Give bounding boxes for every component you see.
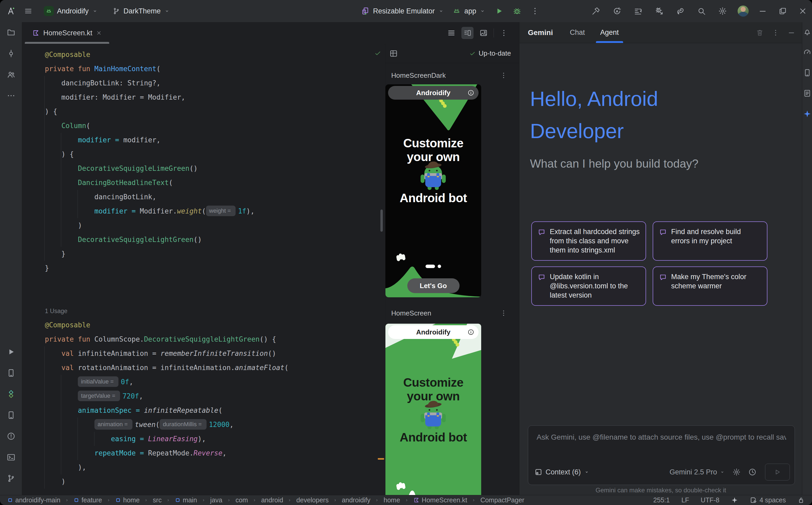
close-window-icon[interactable] (798, 7, 807, 16)
problems-icon[interactable] (7, 432, 16, 441)
gemini-toolwindow-icon[interactable] (803, 110, 811, 118)
context-selector[interactable]: Context (6) (535, 468, 589, 476)
breadcrumb[interactable]: androidify-mainfeaturehomesrcmainjavacom… (7, 496, 525, 504)
code-line[interactable]: private fun MainHomeContent( (45, 62, 288, 76)
code-line[interactable]: } (45, 261, 288, 275)
code-line[interactable]: DecorativeSquiggleLimeGreen() (45, 161, 288, 176)
vcs-branch-selector[interactable]: DarkTheme (109, 4, 173, 18)
profiler-icon[interactable] (803, 48, 811, 56)
code-line[interactable]: modifier: Modifier = Modifier, (45, 90, 288, 105)
terminal-icon[interactable] (7, 453, 16, 462)
preview-phone-homescreendark[interactable]: Androidify Customize your own Android bo… (385, 85, 481, 297)
code-line[interactable]: dancingBotLink: String?, (45, 76, 288, 90)
suggestion-card[interactable]: Find and resolve build errors in my proj… (653, 221, 768, 261)
code-line[interactable]: ) (45, 218, 288, 232)
gemini-tab-chat[interactable]: Chat (570, 22, 585, 43)
device-manager-icon[interactable] (7, 410, 16, 419)
code-line[interactable]: ), (45, 460, 288, 474)
code-content[interactable]: @Composableprivate fun MainHomeContent( … (45, 47, 288, 489)
caret-position[interactable]: 255:1 (653, 496, 670, 504)
code-line[interactable]: DancingBotHeadlineText( (45, 176, 288, 190)
code-line[interactable]: 1 Usage (45, 304, 288, 318)
file-encoding[interactable]: UTF-8 (701, 496, 719, 504)
more-actions-icon[interactable] (531, 7, 540, 16)
breadcrumb-item[interactable]: developers (296, 496, 328, 504)
code-line[interactable]: animation = tween(durationMillis = 12000… (45, 417, 288, 432)
preview-layout-icon[interactable] (389, 49, 398, 58)
breadcrumb-item[interactable]: android (261, 496, 283, 504)
split-view-icon[interactable] (461, 27, 474, 39)
code-line[interactable]: easing = LinearEasing), (45, 432, 288, 446)
search-everywhere-icon[interactable] (697, 7, 706, 16)
model-selector[interactable]: Gemini 2.5 Pro (670, 468, 725, 476)
attach-debugger-icon[interactable] (655, 7, 664, 16)
build-variants-icon[interactable] (7, 389, 16, 398)
suggestion-card[interactable]: Extract all hardcoded strings from this … (531, 221, 646, 261)
gemini-tab-agent[interactable]: Agent (600, 22, 619, 43)
more-tool-windows-icon[interactable] (7, 91, 16, 100)
project-view-icon[interactable] (7, 28, 16, 37)
breadcrumb-item[interactable]: home (383, 496, 400, 504)
send-button[interactable] (765, 464, 790, 481)
code-line[interactable]: @Composable (45, 318, 288, 332)
run-configuration-selector[interactable]: app (449, 4, 489, 18)
code-line[interactable]: @Composable (45, 47, 288, 62)
breadcrumb-item[interactable]: src (153, 496, 161, 504)
gemini-settings-icon[interactable] (732, 468, 741, 476)
suggestion-card[interactable]: Update kotlin in @libs.version.toml to t… (531, 267, 646, 306)
code-line[interactable]: modifier = Modifier.weight(weight = 1f), (45, 204, 288, 218)
apply-code-changes-icon[interactable] (634, 7, 643, 16)
code-line[interactable]: modifier = modifier, (45, 133, 288, 147)
tab-homescreen-kt[interactable]: HomeScreen.kt (25, 22, 109, 44)
run-button-icon[interactable] (495, 7, 503, 16)
maximize-window-icon[interactable] (778, 7, 787, 16)
gemini-more-icon[interactable] (772, 29, 780, 37)
breadcrumb-item[interactable]: HomeScreen.kt (414, 496, 467, 504)
debug-button-icon[interactable] (512, 7, 521, 16)
line-separator[interactable]: LF (681, 496, 689, 504)
editor-scrollbar[interactable] (380, 209, 383, 232)
preview-menu-icon[interactable] (500, 72, 507, 79)
code-line[interactable]: targetValue = 720f, (45, 389, 288, 403)
device-selector[interactable]: Resizable Emulator (358, 4, 447, 18)
code-line[interactable]: repeatMode = RepeatMode.Reverse, (45, 446, 288, 460)
code-line[interactable]: Column( (45, 119, 288, 133)
device-explorer-icon[interactable] (803, 68, 811, 77)
sync-and-refresh-icon[interactable] (612, 7, 621, 16)
code-line[interactable]: ) { (45, 147, 288, 161)
breadcrumb-item[interactable]: androidify (342, 496, 370, 504)
code-editor[interactable]: @Composableprivate fun MainHomeContent( … (22, 44, 385, 495)
code-line[interactable]: val infiniteAnimation = rememberInfinite… (45, 346, 288, 361)
run-tool-icon[interactable] (7, 347, 16, 356)
breadcrumb-item[interactable]: main (175, 496, 197, 504)
delete-conversation-icon[interactable] (756, 29, 764, 37)
code-line[interactable]: ) { (45, 105, 288, 119)
file-writable-icon[interactable] (798, 497, 805, 504)
breadcrumb-item[interactable]: androidify-main (7, 496, 61, 504)
code-line[interactable] (45, 289, 288, 304)
pull-requests-icon[interactable] (7, 70, 16, 79)
code-line[interactable]: ) (45, 474, 288, 489)
minimize-window-icon[interactable] (758, 7, 767, 16)
inspections-ok-icon[interactable] (374, 49, 381, 57)
code-line[interactable]: } (45, 247, 288, 261)
design-view-icon[interactable] (479, 29, 488, 37)
build-hammer-icon[interactable] (591, 7, 600, 16)
gradle-sync-icon[interactable] (676, 7, 685, 16)
user-avatar[interactable] (737, 6, 749, 17)
code-line[interactable] (45, 275, 288, 289)
suggestion-card[interactable]: Make my Theme's color scheme warmer (653, 267, 768, 306)
project-selector[interactable]: Androidify (41, 4, 101, 18)
device-mirror-icon[interactable] (7, 368, 16, 377)
info-icon[interactable] (467, 329, 474, 336)
code-line[interactable]: DecorativeSquiggleLightGreen() (45, 232, 288, 247)
indent-style[interactable]: 4 spaces (750, 496, 786, 504)
preview-phone-homescreen[interactable]: Androidify Customize your own Android bo… (385, 324, 481, 495)
code-view-icon[interactable] (447, 29, 456, 37)
history-icon[interactable] (748, 468, 757, 476)
breadcrumb-item[interactable]: home (115, 496, 140, 504)
breadcrumb-item[interactable]: com (236, 496, 248, 504)
code-line[interactable]: val rotationAnimation = infiniteAnimatio… (45, 361, 288, 375)
logcat-icon[interactable] (803, 89, 811, 98)
info-icon[interactable] (467, 90, 474, 96)
